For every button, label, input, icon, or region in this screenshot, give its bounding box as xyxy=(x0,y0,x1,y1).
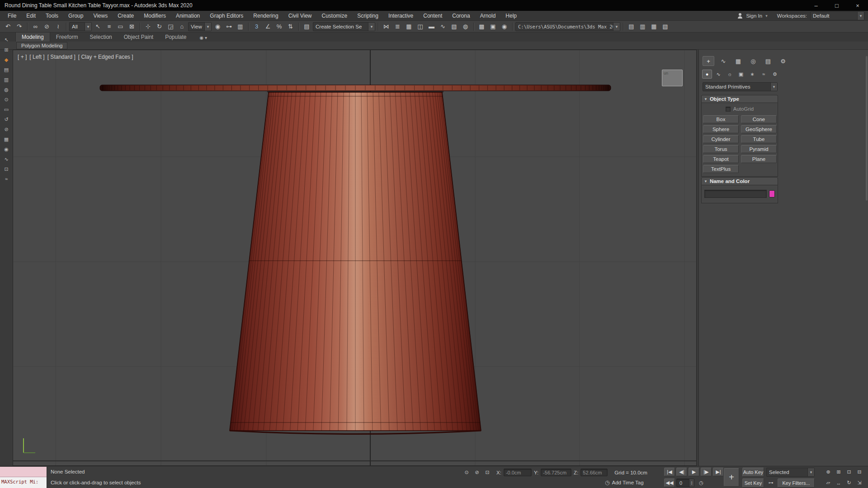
play-button[interactable]: ▶ xyxy=(689,468,699,476)
object-type-geosphere[interactable]: GeoSphere xyxy=(741,125,777,133)
isolate-selection-toggle[interactable]: ⊙ xyxy=(462,468,471,477)
bind-to-space-warp-button[interactable]: ≀ xyxy=(53,22,63,31)
menu-content[interactable]: Content xyxy=(418,11,447,20)
menu-animation[interactable]: Animation xyxy=(171,11,205,20)
toolbar-extra-icon-3[interactable]: ▦ xyxy=(649,22,659,31)
left-toolbar-icon-5[interactable]: ▥ xyxy=(3,76,10,83)
zoom-extents-button[interactable]: ⊡ xyxy=(844,468,854,476)
rectangular-selection-button[interactable]: ▭ xyxy=(115,22,126,31)
spinner-snap-toggle[interactable]: ⇅ xyxy=(285,22,296,31)
select-by-name-button[interactable]: ≡ xyxy=(104,22,114,31)
undo-button[interactable]: ↶ xyxy=(3,22,13,31)
rendered-frame-window-button[interactable]: ▣ xyxy=(488,22,498,31)
previous-frame-button[interactable]: ◀| xyxy=(676,468,687,476)
left-toolbar-icon-14[interactable]: ⊡ xyxy=(3,165,10,173)
scene-explorer-toggle[interactable]: ▦ xyxy=(404,22,414,31)
ribbon-tab-freeform[interactable]: Freeform xyxy=(50,33,84,42)
geometry-category[interactable]: ● xyxy=(702,70,712,79)
align-button[interactable]: ≣ xyxy=(392,22,403,31)
create-tab[interactable]: + xyxy=(703,56,714,66)
panel-scrollbar[interactable] xyxy=(866,56,868,201)
object-type-textplus[interactable]: TextPlus xyxy=(703,165,739,173)
left-toolbar-icon-4[interactable]: ▤ xyxy=(3,66,10,73)
cameras-category[interactable]: ▣ xyxy=(736,70,746,79)
current-frame-field[interactable]: 0 ▴▾ xyxy=(676,479,694,487)
z-coordinate-field[interactable]: 52.66cm xyxy=(580,469,608,476)
go-to-end-button[interactable]: ▶| xyxy=(713,468,724,476)
snaps-toggle[interactable]: 3 xyxy=(251,22,262,31)
menu-help[interactable]: Help xyxy=(500,11,522,20)
named-selection-sets-dropdown[interactable]: Create Selection Se▾ xyxy=(313,22,375,31)
unlink-selection-button[interactable]: ⊘ xyxy=(42,22,52,31)
zoom-all-button[interactable]: ⊞ xyxy=(834,468,843,476)
sign-in-arrow-icon[interactable]: ▾ xyxy=(765,14,768,18)
menu-group[interactable]: Group xyxy=(63,11,88,20)
left-toolbar-icon-15[interactable]: ≈ xyxy=(3,175,10,183)
next-frame-button[interactable]: |▶ xyxy=(701,468,712,476)
select-and-rotate-button[interactable]: ↻ xyxy=(154,22,165,31)
orbit-button[interactable]: ↻ xyxy=(844,479,854,487)
maxscript-mini-listener[interactable]: MAXScript Mi: xyxy=(0,467,47,488)
menu-corona[interactable]: Corona xyxy=(447,11,475,20)
set-key-button[interactable]: Set Key xyxy=(742,479,764,488)
menu-tools[interactable]: Tools xyxy=(41,11,63,20)
object-type-plane[interactable]: Plane xyxy=(741,155,777,163)
selection-lock-toggle[interactable]: ⊘ xyxy=(472,468,481,477)
menu-views[interactable]: Views xyxy=(88,11,113,20)
left-toolbar-icon-12[interactable]: ◉ xyxy=(3,145,10,153)
select-and-link-button[interactable]: ∞ xyxy=(30,22,41,31)
menu-edit[interactable]: Edit xyxy=(21,11,41,20)
menu-modifiers[interactable]: Modifiers xyxy=(139,11,171,20)
minimize-button[interactable]: – xyxy=(806,0,826,11)
toolbar-extra-icon-2[interactable]: ▥ xyxy=(637,22,648,31)
left-toolbar-icon-13[interactable]: ∿ xyxy=(3,155,10,163)
material-editor-button[interactable]: ◍ xyxy=(460,22,471,31)
left-toolbar-icon-9[interactable]: ↺ xyxy=(3,116,10,123)
edit-named-selection-sets-button[interactable]: ▤ xyxy=(302,22,312,31)
object-name-input[interactable] xyxy=(704,190,767,198)
object-color-swatch[interactable] xyxy=(769,190,775,197)
toolbar-extra-icon-4[interactable]: ▧ xyxy=(660,22,670,31)
ribbon-display-toggle[interactable]: ◉ ▾ xyxy=(197,34,210,42)
menu-civil-view[interactable]: Civil View xyxy=(283,11,317,20)
viewport-pov-label[interactable]: [ Left ] xyxy=(29,54,44,60)
schematic-view-button[interactable]: ▧ xyxy=(449,22,459,31)
transform-gizmo-toggle[interactable]: ⊡ xyxy=(483,468,492,477)
primitives-category-dropdown[interactable]: Standard Primitives ▾ xyxy=(703,82,778,91)
left-toolbar-icon-2[interactable]: ⊞ xyxy=(3,46,10,53)
layer-explorer-toggle[interactable]: ◫ xyxy=(415,22,425,31)
workspace-dropdown[interactable]: Default ▾ xyxy=(810,11,864,20)
auto-key-button[interactable]: Auto Key xyxy=(742,468,764,477)
object-type-teapot[interactable]: Teapot xyxy=(703,155,739,163)
ribbon-tab-populate[interactable]: Populate xyxy=(159,33,192,42)
select-and-place-button[interactable]: ⌂ xyxy=(177,22,187,31)
percent-snap-toggle[interactable]: % xyxy=(274,22,284,31)
close-button[interactable]: × xyxy=(847,0,868,11)
left-toolbar-icon-1[interactable]: ↖ xyxy=(3,36,10,43)
space-warps-category[interactable]: ≈ xyxy=(759,70,769,79)
time-configuration-button[interactable]: ◷ xyxy=(697,479,706,487)
macro-recorder-pane[interactable] xyxy=(0,467,47,477)
left-toolbar-icon-8[interactable]: ▭ xyxy=(3,106,10,113)
polygon-modeling-tab[interactable]: Polygon Modeling xyxy=(16,42,67,49)
viewport-shading-label[interactable]: [ Clay + Edged Faces ] xyxy=(78,54,133,60)
left-toolbar-icon-10[interactable]: ⊘ xyxy=(3,126,10,133)
select-and-scale-button[interactable]: ◲ xyxy=(165,22,176,31)
lights-category[interactable]: ☼ xyxy=(725,70,735,79)
mirror-button[interactable]: ⋈ xyxy=(381,22,392,31)
y-coordinate-field[interactable]: -56.725cm xyxy=(541,469,571,476)
autogrid-checkbox[interactable] xyxy=(726,107,731,112)
object-type-cone[interactable]: Cone xyxy=(741,115,777,123)
menu-rendering[interactable]: Rendering xyxy=(248,11,283,20)
key-filters-button[interactable]: Key Filters... xyxy=(778,479,815,488)
menu-file[interactable]: File xyxy=(3,11,21,20)
field-of-view-button[interactable]: ▱ xyxy=(824,479,833,487)
menu-scripting[interactable]: Scripting xyxy=(352,11,383,20)
object-type-cylinder[interactable]: Cylinder xyxy=(703,135,739,143)
viewport-renderer-label[interactable]: [ Standard ] xyxy=(47,54,75,60)
left-toolbar-icon-6[interactable]: ◍ xyxy=(3,86,10,93)
left-toolbar-icon-7[interactable]: ⊙ xyxy=(3,96,10,103)
menu-arnold[interactable]: Arnold xyxy=(475,11,501,20)
maximize-button[interactable]: □ xyxy=(826,0,847,11)
pan-button[interactable]: ↔ xyxy=(834,479,843,487)
